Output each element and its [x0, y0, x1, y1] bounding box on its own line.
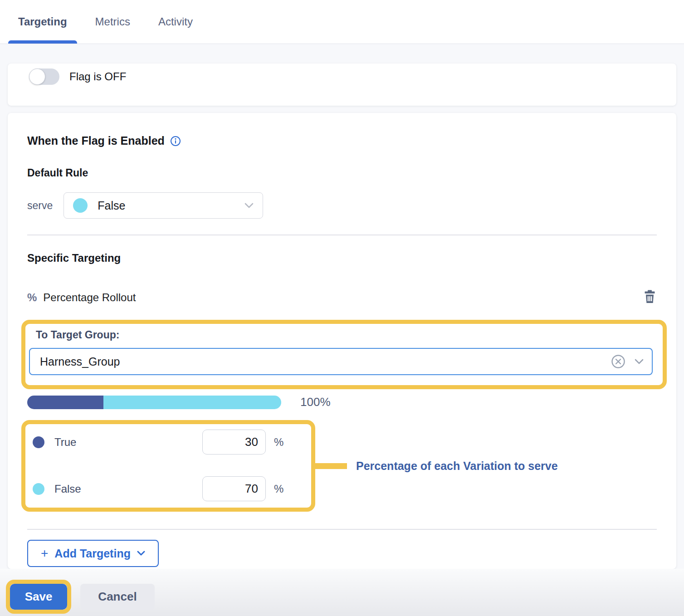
variation-name: True: [54, 436, 202, 449]
enabled-section-heading: When the Flag is Enabled: [27, 134, 657, 147]
rollout-progress-bar: [27, 396, 281, 409]
annotation-text: Percentage of each Variation to serve: [356, 460, 558, 473]
default-variation-select[interactable]: False: [64, 192, 263, 219]
info-icon[interactable]: [170, 136, 181, 147]
variations-highlight-box: True % False %: [21, 420, 315, 512]
false-percent-input[interactable]: [202, 476, 266, 501]
section-divider: [27, 529, 657, 530]
true-progress-segment: [27, 396, 103, 409]
percent-sign: %: [274, 436, 286, 449]
targeting-rules-card: When the Flag is Enabled Default Rule se…: [8, 113, 676, 569]
enabled-section-title: When the Flag is Enabled: [27, 134, 165, 147]
variation-row-false: False %: [29, 476, 286, 501]
cancel-button[interactable]: Cancel: [80, 584, 155, 610]
trash-icon: [644, 290, 656, 303]
flag-status-label: Flag is OFF: [69, 70, 126, 83]
true-percent-input[interactable]: [202, 430, 266, 455]
variations-annotation-row: True % False % Percentage of each Variat…: [21, 420, 657, 512]
toggle-knob: [29, 68, 45, 85]
plus-icon: +: [41, 547, 48, 560]
rollout-header: % Percentage Rollout: [27, 289, 657, 306]
serve-label: serve: [27, 200, 53, 212]
true-color-dot: [33, 436, 44, 448]
annotation-connector-line: [315, 463, 347, 469]
save-highlight-ring: Save: [6, 580, 71, 614]
flag-status-card: Flag is OFF: [8, 64, 676, 106]
variation-row-true: True %: [29, 430, 286, 455]
default-variation-value: False: [98, 199, 244, 212]
target-group-label: To Target Group:: [36, 329, 653, 341]
action-footer: Save Cancel: [0, 569, 684, 616]
clear-selection-icon[interactable]: [611, 354, 625, 369]
tab-bar: Targeting Metrics Activity: [0, 0, 684, 44]
add-targeting-button[interactable]: + Add Targeting: [27, 540, 159, 567]
flag-toggle[interactable]: [29, 68, 59, 85]
false-progress-segment: [103, 396, 281, 409]
chevron-down-icon[interactable]: [635, 359, 644, 365]
section-divider: [27, 235, 657, 235]
target-group-highlight-box: To Target Group:: [21, 320, 667, 389]
variation-name: False: [54, 483, 202, 495]
target-group-input[interactable]: [40, 355, 611, 368]
false-color-dot: [33, 483, 44, 495]
rollout-progress-row: 100%: [27, 395, 657, 409]
variation-color-dot: [73, 198, 88, 213]
add-targeting-label: Add Targeting: [54, 547, 131, 560]
tab-activity[interactable]: Activity: [148, 0, 203, 44]
target-group-select[interactable]: [29, 348, 653, 375]
delete-rollout-button[interactable]: [643, 289, 657, 306]
chevron-down-icon: [244, 203, 254, 209]
percent-icon: %: [27, 291, 37, 304]
rollout-title-text: Percentage Rollout: [43, 291, 136, 304]
chevron-down-icon: [137, 551, 145, 556]
rollout-title: % Percentage Rollout: [27, 291, 136, 304]
default-rule-row: serve False: [27, 192, 657, 219]
default-rule-title: Default Rule: [27, 167, 657, 179]
specific-targeting-title: Specific Targeting: [27, 252, 657, 264]
tab-targeting[interactable]: Targeting: [8, 0, 77, 44]
progress-total-label: 100%: [300, 395, 331, 409]
tab-metrics[interactable]: Metrics: [85, 0, 140, 44]
save-button[interactable]: Save: [10, 584, 67, 610]
percent-sign: %: [274, 483, 286, 495]
